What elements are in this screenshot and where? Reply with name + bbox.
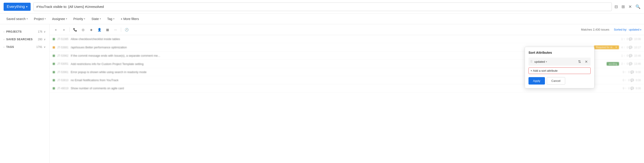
sort-popup-title: Sort Attributes <box>528 51 591 54</box>
issue-id: JT-51085 <box>57 37 68 41</box>
priority-icon <box>53 63 55 65</box>
issue-title: /api/issues Better performance optimizat… <box>71 46 592 49</box>
search-bar[interactable]: #YouTrack visible to: {All Users} #Unres… <box>33 2 612 11</box>
project-chevron-icon: ▾ <box>44 17 46 20</box>
issue-time: 13:46 <box>634 62 641 65</box>
issue-meta: 4 ↑ 0 💬 10:17 <box>621 46 641 49</box>
issue-title: Add restrictions info for Custom Project… <box>71 62 604 66</box>
toolbar-grid-icon-btn[interactable]: ▦ <box>104 26 111 33</box>
sorted-by-chevron-icon[interactable]: ▾ <box>640 28 641 31</box>
priority-chevron-icon: ▾ <box>84 17 85 20</box>
content-area: « » 📞 ◎ ◈ 👤 ▦ ··· 🕐 Matches 2,430 issues… <box>50 24 644 163</box>
saved-searches-count-area: 280 ∨ <box>38 38 46 41</box>
close-icon[interactable]: ✕ <box>628 4 632 9</box>
everything-button[interactable]: Everything ▾ <box>4 3 30 11</box>
sort-item-chevron-icon: ▾ <box>546 60 547 63</box>
assignee-chevron-icon: ▾ <box>66 17 67 20</box>
issue-votes: 2 ↑ <box>621 62 625 65</box>
issue-comments: 0 💬 <box>627 37 632 41</box>
sidebar-item-projects[interactable]: › PROJECTS 176 ∨ <box>0 28 49 35</box>
top-bar: Everything ▾ #YouTrack visible to: {All … <box>0 0 644 13</box>
projects-count-area: 176 ∨ <box>38 30 46 33</box>
issue-title: Allow checkbox/checklist inside tables <box>71 37 619 41</box>
toolbar-forward-btn[interactable]: » <box>60 26 68 33</box>
tag-filter[interactable]: Tag ▾ <box>104 16 117 22</box>
issue-id: JT-49019 <box>57 87 68 90</box>
state-chevron-icon: ▾ <box>100 17 101 20</box>
apply-button[interactable]: Apply <box>528 77 545 85</box>
state-filter[interactable]: State ▾ <box>89 16 104 22</box>
issue-time: 9:08 <box>636 79 641 82</box>
issue-votes: 1 ↑ <box>621 54 625 57</box>
issue-id: JT-53810 <box>57 79 68 82</box>
project-label: Project <box>34 17 44 21</box>
toolbar-dots-icon-btn[interactable]: ··· <box>112 26 119 33</box>
cancel-button[interactable]: Cancel <box>547 77 565 85</box>
add-sort-attribute-button[interactable]: + Add a sort attribute <box>528 67 591 74</box>
issue-comments: 0 💬 <box>627 54 632 57</box>
issue-time: 10:46 <box>634 54 641 57</box>
saved-searches-section-left: › SAVED SEARCHES <box>4 38 33 41</box>
sorted-by-value[interactable]: updated <box>629 28 639 31</box>
add-sort-attr-label: + Add a sort attribute <box>530 69 558 72</box>
drag-handle-icon[interactable]: ⠿ <box>530 60 532 63</box>
toolbar-sep-2 <box>121 27 121 32</box>
issue-id: JT-53881 <box>57 46 68 49</box>
issue-meta: 0 ↑ 0 💬 9:08 <box>623 79 641 82</box>
tags-count-area: 1791 ∨ <box>36 45 46 49</box>
main-layout: › PROJECTS 176 ∨ › SAVED SEARCHES 280 ∨ … <box>0 24 644 163</box>
tag-chevron-icon: ▾ <box>113 17 114 20</box>
projects-chevron-icon: ∨ <box>44 30 46 33</box>
projects-expand-icon: › <box>4 30 4 33</box>
toolbar-user-icon-btn[interactable]: 👤 <box>96 26 103 33</box>
sort-item-icons: ⇅ ✕ <box>577 59 589 64</box>
issue-tag-wording: wording <box>606 62 619 66</box>
sort-asc-icon[interactable]: ⇅ <box>577 59 582 64</box>
toolbar-phone-icon-btn[interactable]: 📞 <box>72 26 78 33</box>
issue-comments: 0 💬 <box>627 62 632 65</box>
sort-remove-icon[interactable]: ✕ <box>584 59 589 64</box>
search-icon[interactable]: 🔍 <box>636 4 640 9</box>
saved-search-label: Saved search <box>6 17 26 21</box>
issue-meta: 1 ↑ 0 💬 10:08 <box>621 37 641 41</box>
assignee-filter[interactable]: Assignee ▾ <box>49 16 70 22</box>
issue-id: JT-53962 <box>57 54 68 57</box>
issue-id: JT-53051 <box>57 62 68 65</box>
issue-meta: 0 ↑ 0 💬 9:08 <box>623 71 641 74</box>
issue-votes: 0 ↑ <box>623 79 626 82</box>
sort-item-label[interactable]: updated ▾ <box>534 60 575 63</box>
toolbar-clock-icon-btn[interactable]: 🕐 <box>123 26 130 33</box>
issue-id: JT-53961 <box>57 71 68 74</box>
issue-time: 10:08 <box>634 37 641 41</box>
issue-time: 9:08 <box>636 87 641 90</box>
toolbar-tag-icon-btn[interactable]: ◈ <box>88 26 95 33</box>
issue-comments: 0 💬 <box>628 71 634 74</box>
sidebar-item-saved-searches[interactable]: › SAVED SEARCHES 280 ∨ <box>0 35 49 43</box>
issue-meta: 2 ↑ 0 💬 13:46 <box>621 62 641 65</box>
more-filters-button[interactable]: + More filters <box>118 16 142 22</box>
content-toolbar: « » 📞 ◎ ◈ 👤 ▦ ··· 🕐 Matches 2,430 issues… <box>50 24 644 35</box>
search-text: #YouTrack visible to: {All Users} #Unres… <box>36 5 104 8</box>
priority-filter[interactable]: Priority ▾ <box>71 16 88 22</box>
project-filter[interactable]: Project ▾ <box>31 16 49 22</box>
bookmark-icon[interactable]: ⊟ <box>614 4 618 9</box>
table-row[interactable]: JT-51085 Allow checkbox/checklist inside… <box>50 35 644 43</box>
toolbar-back-btn[interactable]: « <box>52 26 60 33</box>
everything-label: Everything <box>7 4 25 9</box>
issue-meta: 1 ↑ 0 💬 10:46 <box>621 54 641 57</box>
saved-search-filter[interactable]: Saved search ▾ <box>4 16 30 22</box>
toolbar-sep-1 <box>69 27 70 32</box>
toolbar-circle-icon-btn[interactable]: ◎ <box>80 26 87 33</box>
priority-icon <box>53 71 55 73</box>
tags-chevron-icon: ∨ <box>44 45 46 49</box>
assignee-label: Assignee <box>52 17 65 21</box>
pin-icon[interactable]: ⊞ <box>622 4 625 9</box>
issue-votes: 1 ↑ <box>621 37 625 41</box>
issue-time: 10:17 <box>634 46 641 49</box>
sidebar-item-tags[interactable]: › TAGS 1791 ∨ <box>0 43 49 51</box>
saved-search-chevron-icon: ▾ <box>26 17 28 20</box>
cancel-label: Cancel <box>552 79 560 83</box>
state-label: State <box>92 17 99 21</box>
sort-item-updated: ⠿ updated ▾ ⇅ ✕ <box>528 58 591 66</box>
priority-icon <box>53 46 55 49</box>
